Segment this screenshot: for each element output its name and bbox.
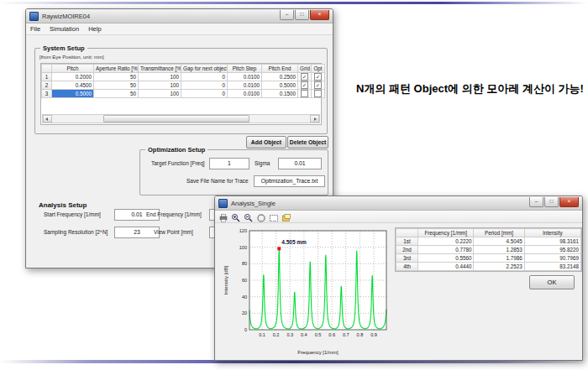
add-object-button[interactable]: Add Object xyxy=(246,136,286,149)
aperture-ratio-cell[interactable]: 50 xyxy=(94,90,139,98)
zoom-out-icon[interactable] xyxy=(244,211,254,221)
close-button[interactable]: × xyxy=(559,197,579,207)
rank-header: 1st xyxy=(396,237,418,246)
column-header: Period [mm] xyxy=(474,229,524,237)
frequency-cell: 0.2220 xyxy=(418,237,474,246)
column-header[interactable]: Grid xyxy=(298,65,312,73)
row-header[interactable]: 3 xyxy=(42,90,52,98)
aperture-ratio-cell[interactable]: 50 xyxy=(94,73,139,81)
column-header[interactable]: Pitch xyxy=(52,65,94,73)
analysis-window: Analysis_Single – □ × 0204060801001200.1… xyxy=(214,195,583,361)
intensity-cell: 83.2148 xyxy=(524,263,580,271)
save-file-label: Save File Name for Trace xyxy=(186,178,249,184)
save-file-field[interactable]: Optimization_Trace.txt xyxy=(254,175,325,187)
optimization-setup-title: Optimization Setup xyxy=(145,146,207,154)
result-row: 2nd0.77801.285395.8220 xyxy=(396,246,581,254)
target-function-label: Target Function [Freq] xyxy=(151,160,205,166)
transmittance-cell[interactable]: 100 xyxy=(139,90,181,98)
horizontal-scrollbar[interactable] xyxy=(42,114,320,123)
top-accent-line xyxy=(0,2,588,4)
column-header[interactable]: Pitch Step xyxy=(228,65,262,73)
optimization-setup-group: Optimization Setup Target Function [Freq… xyxy=(139,149,328,195)
column-header: Frequency [1/mm] xyxy=(418,229,474,237)
opt-checkbox[interactable] xyxy=(312,90,325,98)
rank-header: 2nd xyxy=(396,246,418,254)
svg-text:Frequency [1/mm]: Frequency [1/mm] xyxy=(297,350,339,355)
pitch-step-cell[interactable]: 0.0100 xyxy=(228,81,262,90)
transmittance-cell[interactable]: 100 xyxy=(139,73,181,81)
pitch-cell[interactable]: 0.4500 xyxy=(52,81,94,90)
pitch-step-cell[interactable]: 0.0100 xyxy=(228,73,262,81)
aperture-ratio-cell[interactable]: 50 xyxy=(94,81,139,90)
svg-text:Intensity [dB]: Intensity [dB] xyxy=(223,265,228,294)
ok-button[interactable]: OK xyxy=(529,275,575,289)
menu-help[interactable]: Help xyxy=(88,25,101,33)
svg-text:0.5: 0.5 xyxy=(315,332,322,337)
opt-checkbox[interactable]: ✓ xyxy=(312,73,325,81)
close-button[interactable]: × xyxy=(310,10,329,20)
grid-checkbox[interactable]: ✓ xyxy=(298,73,312,81)
pitch-step-cell[interactable]: 0.0100 xyxy=(228,90,262,98)
column-header[interactable]: Gap for next object xyxy=(181,65,228,73)
pitch-end-cell[interactable]: 0.1500 xyxy=(262,90,298,98)
delete-object-button[interactable]: Delete Object xyxy=(287,136,328,149)
sigma-field[interactable]: 0.01 xyxy=(278,158,322,169)
export-icon[interactable] xyxy=(281,211,291,221)
sampling-resolution-field[interactable]: 23 xyxy=(114,227,160,238)
gap-cell[interactable]: 0 xyxy=(181,81,228,90)
minimize-button[interactable]: – xyxy=(280,10,294,20)
column-header[interactable]: Pitch End xyxy=(262,65,298,73)
menu-bar: File Simulation Help xyxy=(26,23,333,35)
scroll-right-arrow-icon[interactable] xyxy=(310,115,319,122)
menu-file[interactable]: File xyxy=(30,25,40,33)
end-frequency-label: End Frequency [1/mm] xyxy=(146,211,202,217)
pitch-end-cell[interactable]: 0.5000 xyxy=(262,81,298,90)
moire-chart[interactable]: 0204060801001200.10.20.30.40.50.60.70.80… xyxy=(222,224,396,357)
frequency-cell: 0.5560 xyxy=(418,254,474,263)
minimize-button[interactable]: – xyxy=(529,197,543,207)
system-setup-group: System Setup [from Eye Position, unit: m… xyxy=(34,48,328,134)
column-header[interactable]: Transmittance [%] xyxy=(139,65,181,73)
zoom-in-icon[interactable] xyxy=(231,211,241,221)
slide-canvas: { "colors": { "accent_line": "#4343a0", … xyxy=(0,0,588,370)
results-table: Frequency [1/mm]Period [mm]Intensity1st0… xyxy=(396,228,581,271)
column-header[interactable]: Opt xyxy=(312,65,325,73)
grid-checkbox[interactable]: ✓ xyxy=(298,81,312,90)
row-header[interactable]: 1 xyxy=(42,73,52,81)
svg-text:60: 60 xyxy=(242,278,247,283)
scrollbar-thumb[interactable] xyxy=(103,115,249,122)
pitch-cell[interactable]: 0.2000 xyxy=(52,73,94,81)
column-header[interactable]: Aperture Ratio [%] xyxy=(94,65,139,73)
svg-text:0.4: 0.4 xyxy=(301,332,307,337)
target-function-field[interactable]: 1 xyxy=(209,158,249,169)
view-point-label: View Point [mm] xyxy=(154,229,193,235)
maximize-button[interactable]: □ xyxy=(544,197,559,207)
sigma-label: Sigma xyxy=(255,160,270,166)
svg-text:0: 0 xyxy=(244,327,247,332)
opt-checkbox[interactable]: ✓ xyxy=(312,81,325,90)
grid-checkbox[interactable] xyxy=(298,90,312,98)
column-header[interactable] xyxy=(42,65,52,73)
svg-text:0.8: 0.8 xyxy=(357,332,364,337)
pitch-end-cell[interactable]: 0.2500 xyxy=(262,73,298,81)
svg-text:40: 40 xyxy=(242,294,247,300)
transmittance-cell[interactable]: 100 xyxy=(139,81,181,90)
print-icon[interactable] xyxy=(218,211,228,221)
table-note: [from Eye Position, unit: mm] xyxy=(39,55,104,60)
gap-cell[interactable]: 0 xyxy=(181,90,228,98)
menu-simulation[interactable]: Simulation xyxy=(50,25,79,33)
sampling-resolution-label: Sampling Resolution [2^N] xyxy=(44,229,108,235)
scroll-left-arrow-icon[interactable] xyxy=(43,115,52,122)
maximize-button[interactable]: □ xyxy=(295,10,309,20)
window-zoom-icon[interactable] xyxy=(269,211,279,221)
row-header[interactable]: 2 xyxy=(42,81,52,90)
svg-text:20: 20 xyxy=(242,310,247,315)
analysis-window-title: Analysis_Single xyxy=(231,200,276,207)
intensity-cell: 98.3161 xyxy=(524,237,580,246)
app-icon xyxy=(218,199,228,208)
analysis-window-titlebar[interactable]: Analysis_Single – □ × xyxy=(215,196,582,211)
main-window-titlebar[interactable]: RaywizMOIRE04 – □ × xyxy=(26,9,333,23)
gap-cell[interactable]: 0 xyxy=(181,73,228,81)
pitch-cell[interactable]: 0.5000 xyxy=(52,90,94,98)
pan-icon[interactable] xyxy=(256,211,266,221)
